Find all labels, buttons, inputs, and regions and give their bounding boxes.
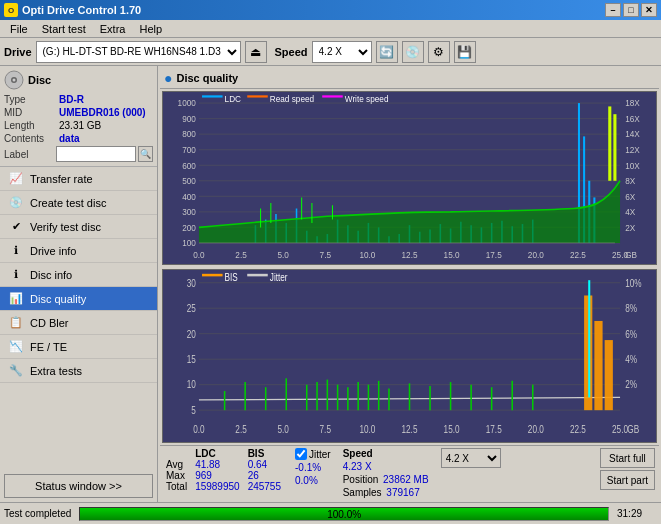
svg-text:20.0: 20.0 [528,424,544,435]
transfer-rate-icon: 📈 [8,171,24,187]
svg-text:5.0: 5.0 [277,424,288,435]
speed-select-area: 4.2 X [441,448,501,468]
settings-button[interactable]: ⚙ [428,41,450,63]
bis-header: BIS [246,448,287,459]
svg-text:5.0: 5.0 [277,250,289,260]
svg-text:20.0: 20.0 [528,250,544,260]
drive-label: Drive [4,46,32,58]
progressbar-container: Test completed 100.0% 31:29 [0,502,661,524]
svg-rect-147 [594,321,602,410]
svg-text:15: 15 [187,354,196,365]
disc-icon-btn[interactable]: 💿 [402,41,424,63]
svg-text:22.5: 22.5 [570,250,586,260]
menu-file[interactable]: File [4,22,34,36]
avg-bis: 0.64 [246,459,287,470]
svg-point-2 [13,79,16,82]
speed-value-select[interactable]: 4.2 X [441,448,501,468]
ldc-header: LDC [193,448,246,459]
app-icon: O [4,3,18,17]
label-input[interactable] [56,146,136,162]
close-button[interactable]: ✕ [641,3,657,17]
eject-button[interactable]: ⏏ [245,41,267,63]
max-bis: 26 [246,470,287,481]
svg-text:10.0: 10.0 [359,250,375,260]
avg-label: Avg [164,459,193,470]
svg-text:GB: GB [625,250,637,260]
disc-info-icon: ℹ [8,267,24,283]
minimize-button[interactable]: – [605,3,621,17]
svg-text:0.0: 0.0 [193,250,205,260]
extra-tests-icon: 🔧 [8,363,24,379]
svg-text:12X: 12X [625,145,640,155]
svg-rect-45 [202,95,223,97]
nav-disc-info[interactable]: ℹ Disc info [0,263,157,287]
svg-text:4X: 4X [625,207,635,217]
svg-text:4%: 4% [625,354,637,365]
jitter-checkbox-row: Jitter [295,448,331,460]
avg-speed-row: 4.23 X [343,461,429,472]
svg-text:8X: 8X [625,176,635,186]
refresh-button[interactable]: 🔄 [376,41,398,63]
jitter-checkbox[interactable] [295,448,307,460]
svg-text:17.5: 17.5 [486,424,502,435]
svg-text:10%: 10% [625,278,641,289]
svg-text:100: 100 [182,238,196,248]
svg-rect-91 [163,270,656,442]
app-title: Opti Drive Control 1.70 [22,4,141,16]
svg-text:7.5: 7.5 [320,424,331,435]
nav-fe-te[interactable]: 📉 FE / TE [0,335,157,359]
svg-text:Jitter: Jitter [270,273,288,284]
svg-text:15.0: 15.0 [444,424,460,435]
nav-transfer-rate[interactable]: 📈 Transfer rate [0,167,157,191]
drive-select[interactable]: (G:) HL-DT-ST BD-RE WH16NS48 1.D3 [36,41,241,63]
create-test-disc-icon: 💿 [8,195,24,211]
svg-rect-148 [605,340,613,410]
titlebar-left: O Opti Drive Control 1.70 [4,3,141,17]
svg-text:10.0: 10.0 [359,424,375,435]
svg-text:22.5: 22.5 [570,424,586,435]
start-full-button[interactable]: Start full [600,448,655,468]
label-browse-button[interactable]: 🔍 [138,146,153,162]
menu-start-test[interactable]: Start test [36,22,92,36]
nav-verify-test-disc[interactable]: ✔ Verify test disc [0,215,157,239]
svg-text:900: 900 [182,114,196,124]
start-part-button[interactable]: Start part [600,470,655,490]
samples-row: Samples 379167 [343,487,429,498]
panel-icon: ● [164,70,172,86]
nav-items: 📈 Transfer rate 💿 Create test disc ✔ Ver… [0,167,157,470]
svg-text:10X: 10X [625,160,640,170]
cd-bler-icon: 📋 [8,315,24,331]
status-window-button[interactable]: Status window >> [4,474,153,498]
svg-text:2.5: 2.5 [235,424,246,435]
nav-create-test-disc[interactable]: 💿 Create test disc [0,191,157,215]
menu-extra[interactable]: Extra [94,22,132,36]
disc-contents-row: Contents data [4,133,153,144]
nav-extra-tests[interactable]: 🔧 Extra tests [0,359,157,383]
menu-help[interactable]: Help [133,22,168,36]
svg-text:17.5: 17.5 [486,250,502,260]
svg-rect-49 [322,95,343,97]
nav-cd-bler[interactable]: 📋 CD Bler [0,311,157,335]
drive-info-icon: ℹ [8,243,24,259]
save-button[interactable]: 💾 [454,41,476,63]
svg-text:400: 400 [182,191,196,201]
nav-disc-quality[interactable]: 📊 Disc quality [0,287,157,311]
stats-bar: LDC BIS Avg 41.88 0.64 Max 969 26 [160,445,659,500]
charts-container: 1000 900 800 700 600 500 400 300 200 100… [160,89,659,445]
speed-label: Speed [275,46,308,58]
jitter-stats: Jitter -0.1% 0.0% [295,448,331,486]
maximize-button[interactable]: □ [623,3,639,17]
svg-text:2.5: 2.5 [235,250,247,260]
speed-select[interactable]: 4.2 X [312,41,372,63]
disc-length-row: Length 23.31 GB [4,120,153,131]
svg-rect-47 [247,95,268,97]
avg-jitter-row: -0.1% [295,462,331,473]
avg-speed: 4.23 X [343,461,372,472]
svg-text:0.0: 0.0 [193,424,204,435]
drivebar: Drive (G:) HL-DT-ST BD-RE WH16NS48 1.D3 … [0,38,661,66]
bis-chart-svg: 30 25 20 15 10 5 10% 8% 6% 4% 2% 0.0 [163,270,656,442]
time-text: 31:29 [617,508,657,519]
stats-table: LDC BIS Avg 41.88 0.64 Max 969 26 [164,448,287,492]
disc-icon [4,70,24,90]
nav-drive-info[interactable]: ℹ Drive info [0,239,157,263]
